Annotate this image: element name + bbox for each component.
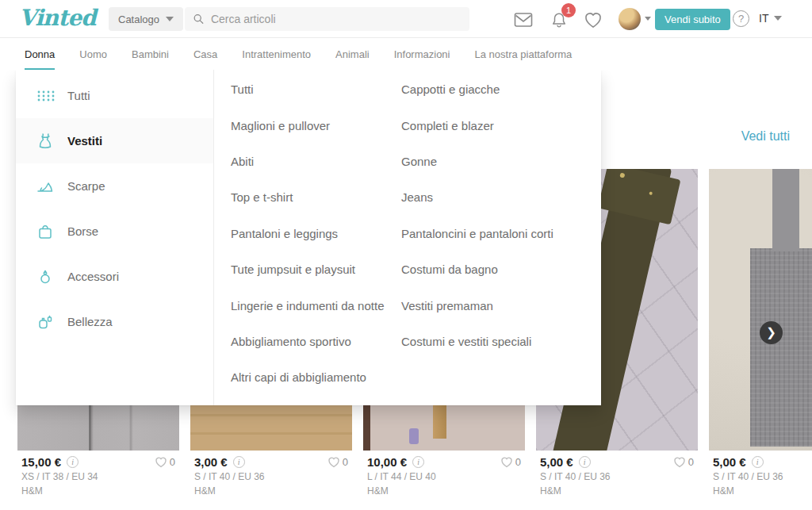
chevron-down-icon xyxy=(166,17,174,21)
search-input[interactable] xyxy=(211,13,462,25)
heart-icon xyxy=(673,456,686,468)
sidebar-item-label: Borse xyxy=(67,224,98,238)
menu-item[interactable]: Costumi e vestiti speciali xyxy=(401,324,553,359)
favorites-button[interactable] xyxy=(584,10,603,29)
sidebar-item-label: Bellezza xyxy=(67,315,113,328)
like-button[interactable]: 0 xyxy=(673,456,694,468)
top-header: Vinted Catalogo 1 Vendi subito ? xyxy=(0,0,812,38)
vinted-logo[interactable]: Vinted xyxy=(19,5,96,31)
nav-item-informazioni[interactable]: Informazioni xyxy=(394,38,450,70)
ring-icon xyxy=(36,267,55,286)
main-nav: Donna Uomo Bambini Casa Intrattenimento … xyxy=(0,38,812,70)
like-count: 0 xyxy=(688,456,694,468)
like-count: 0 xyxy=(170,456,175,468)
product-brand: H&M xyxy=(713,485,812,497)
image-detail xyxy=(409,428,419,444)
heart-icon xyxy=(500,456,513,468)
chevron-down-icon xyxy=(774,16,782,21)
messages-button[interactable] xyxy=(514,10,533,29)
see-all-link[interactable]: Vedi tutti xyxy=(741,129,790,144)
like-count: 0 xyxy=(343,456,348,468)
sidebar-item-label: Scarpe xyxy=(67,179,105,193)
menu-item[interactable]: Pantaloni e leggings xyxy=(231,216,401,251)
chevron-right-icon: ❯ xyxy=(766,325,776,339)
info-icon[interactable]: i xyxy=(67,456,79,468)
mega-menu-column-2: Cappotti e giacche Completi e blazer Gon… xyxy=(401,71,553,405)
envelope-icon xyxy=(514,11,533,29)
nav-item-piattaforma[interactable]: La nostra piattaforma xyxy=(474,38,572,70)
shoe-icon xyxy=(36,177,55,196)
nav-item-animali[interactable]: Animali xyxy=(335,38,370,70)
menu-item[interactable]: Abbigliamento sportivo xyxy=(231,324,401,359)
menu-item[interactable]: Tute jumpsuit e playsuit xyxy=(231,251,401,287)
sidebar-item-tutti[interactable]: Tutti xyxy=(16,73,213,118)
sidebar-item-label: Tutti xyxy=(67,89,90,102)
heart-icon xyxy=(327,456,340,468)
sidebar-item-accessori[interactable]: Accessori xyxy=(16,254,213,299)
like-button[interactable]: 0 xyxy=(500,456,521,468)
menu-item[interactable]: Jeans xyxy=(401,179,553,215)
menu-item[interactable]: Costumi da bagno xyxy=(401,251,553,287)
avatar[interactable] xyxy=(619,8,641,30)
product-image[interactable] xyxy=(709,169,812,451)
bag-icon xyxy=(36,222,55,241)
sidebar-item-bellezza[interactable]: Bellezza xyxy=(16,299,213,344)
menu-item[interactable]: Vestiti premaman xyxy=(401,287,553,323)
nav-item-uomo[interactable]: Uomo xyxy=(79,38,107,70)
product-brand: H&M xyxy=(540,485,694,497)
product-price: 3,00 € xyxy=(194,455,228,469)
sidebar-item-label: Vestiti xyxy=(67,134,102,148)
catalog-dropdown-button[interactable]: Catalogo xyxy=(109,7,183,31)
help-icon[interactable]: ? xyxy=(733,10,749,27)
menu-item[interactable]: Top e t-shirt xyxy=(231,179,401,215)
info-icon[interactable]: i xyxy=(233,456,245,468)
search-bar[interactable] xyxy=(185,7,469,31)
menu-item[interactable]: Completi e blazer xyxy=(401,107,553,143)
menu-item[interactable]: Maglioni e pullover xyxy=(231,107,401,143)
sidebar-item-scarpe[interactable]: Scarpe xyxy=(16,163,213,209)
language-selector[interactable]: IT xyxy=(759,12,782,25)
sell-now-button[interactable]: Vendi subito xyxy=(655,9,730,30)
notification-badge: 1 xyxy=(561,3,576,17)
sidebar-item-borse[interactable]: Borse xyxy=(16,209,213,254)
category-mega-menu: Tutti Vestiti Scarpe Borse xyxy=(16,70,601,405)
nav-item-casa[interactable]: Casa xyxy=(193,38,217,70)
sidebar-item-label: Accessori xyxy=(67,270,119,283)
product-brand: H&M xyxy=(194,485,348,497)
perfume-icon xyxy=(36,313,55,332)
like-button[interactable]: 0 xyxy=(327,456,348,468)
nav-item-donna[interactable]: Donna xyxy=(25,38,55,70)
grid-dots-icon xyxy=(36,86,55,105)
menu-item[interactable]: Abiti xyxy=(231,144,401,179)
menu-item[interactable]: Altri capi di abbigliamento xyxy=(231,359,401,395)
mega-menu-column-1: Tutti Maglioni e pullover Abiti Top e t-… xyxy=(214,71,401,405)
locale-label: IT xyxy=(759,12,768,25)
product-size: S / IT 40 / EU 36 xyxy=(194,471,348,483)
product-brand: H&M xyxy=(367,485,521,497)
menu-item[interactable]: Gonne xyxy=(401,144,553,179)
info-icon[interactable]: i xyxy=(412,456,424,468)
like-button[interactable]: 0 xyxy=(155,456,175,468)
account-chevron-down-icon[interactable] xyxy=(645,17,651,21)
carousel-next-button[interactable]: ❯ xyxy=(760,321,783,344)
notifications-button[interactable]: 1 xyxy=(550,10,569,29)
product-size: S / IT 40 / EU 36 xyxy=(713,471,812,483)
nav-item-bambini[interactable]: Bambini xyxy=(132,38,169,70)
info-icon[interactable]: i xyxy=(579,456,591,468)
menu-item[interactable]: Lingerie e indumenti da notte xyxy=(231,287,401,323)
mega-menu-sidebar: Tutti Vestiti Scarpe Borse xyxy=(16,70,214,405)
like-count: 0 xyxy=(515,456,521,468)
heart-icon xyxy=(155,456,167,468)
menu-item[interactable]: Pantaloncini e pantaloni corti xyxy=(401,216,553,251)
product-size: XS / IT 38 / EU 34 xyxy=(21,471,175,483)
product-price: 10,00 € xyxy=(367,455,407,469)
nav-item-intrattenimento[interactable]: Intrattenimento xyxy=(242,38,311,70)
sidebar-item-vestiti[interactable]: Vestiti xyxy=(16,118,213,163)
info-icon[interactable]: i xyxy=(752,456,764,468)
menu-item[interactable]: Tutti xyxy=(231,71,401,107)
menu-item[interactable]: Cappotti e giacche xyxy=(401,71,553,107)
product-brand: H&M xyxy=(21,485,175,497)
image-detail xyxy=(750,248,812,447)
product-size: S / IT 40 / EU 36 xyxy=(540,471,694,483)
product-price: 15,00 € xyxy=(21,455,61,469)
